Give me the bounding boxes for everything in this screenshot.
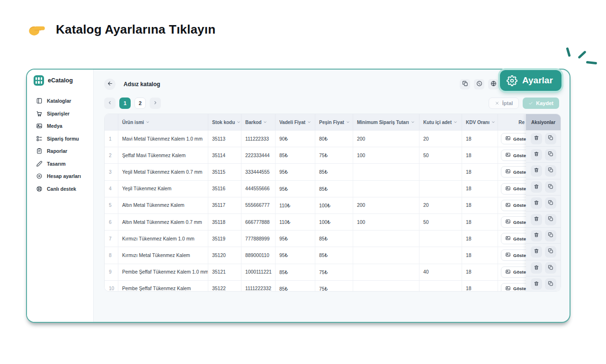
column-header-urun[interactable]: Ürün ismi (118, 114, 208, 130)
duplicate-row-button[interactable] (545, 149, 556, 160)
back-button[interactable] (104, 79, 116, 90)
cell-min (353, 181, 419, 197)
cell-kutu: 40 (419, 264, 462, 280)
copy-button[interactable] (460, 79, 470, 89)
cell-min (353, 231, 419, 247)
delete-row-button[interactable] (531, 133, 542, 144)
column-label: KDV Oranı (466, 120, 490, 125)
cell-pesin: 75₺ (315, 264, 353, 280)
duplicate-row-button[interactable] (545, 181, 556, 193)
column-header-stok[interactable]: Stok kodu (208, 114, 241, 130)
globe-button[interactable] (488, 79, 499, 89)
trash-icon (534, 184, 539, 191)
delete-row-button[interactable] (531, 149, 542, 160)
cell-vadeli: 95₺ (275, 247, 315, 263)
sort-chevron-icon (237, 120, 241, 124)
cell-pesin: 85₺ (315, 231, 353, 247)
column-header-barkod[interactable]: Barkod (241, 114, 275, 130)
cell-urun: Kırmızı Tükenmez Kalem 1.0 mm (118, 231, 208, 247)
column-label: Kutu içi adet (423, 120, 452, 125)
media-icon (36, 123, 43, 129)
column-header-kdv[interactable]: KDV Oranı (462, 114, 498, 130)
delete-row-button[interactable] (531, 181, 542, 193)
delete-row-button[interactable] (531, 214, 542, 225)
delete-row-button[interactable] (531, 197, 542, 209)
cell-urun: Yeşil Metal Tükenmez Kalem 0.7 mm (118, 164, 208, 180)
column-header-min[interactable]: Minimum Sipariş Tutarı (353, 114, 419, 130)
duplicate-row-button[interactable] (545, 165, 556, 177)
cell-num: 6 (105, 214, 118, 230)
app-window: eCatalog KataloglarSiparişlerMedyaSipari… (26, 69, 570, 323)
next-page-button[interactable] (150, 98, 161, 109)
table-row: 5Altın Metal Tükenmez Kalem3511755566677… (105, 197, 561, 213)
delete-row-button[interactable] (531, 262, 542, 274)
delete-row-button[interactable] (531, 230, 542, 241)
image-icon (505, 219, 511, 225)
catalog-title: Adsız katalog (124, 81, 160, 88)
orders-icon (36, 110, 43, 117)
cell-min (353, 247, 419, 263)
duplicate-row-button[interactable] (545, 133, 556, 144)
cell-barkod: 444555666 (241, 181, 275, 197)
trash-icon (534, 135, 539, 142)
column-header-pesin[interactable]: Peşin Fiyat (315, 114, 353, 130)
delete-row-button[interactable] (531, 165, 542, 177)
trash-icon (534, 200, 539, 207)
page-button-2[interactable]: 2 (134, 98, 146, 109)
cancel-button[interactable]: İptal (489, 98, 519, 109)
sidebar-item-hesap-ayarlari[interactable]: Hesap ayarları (36, 172, 93, 180)
cell-num: 10 (105, 281, 118, 292)
column-label: Vadeli Fiyat (279, 120, 305, 125)
duplicate-row-button[interactable] (545, 246, 556, 257)
sidebar-item-label: Medya (47, 123, 62, 129)
duplicate-row-button[interactable] (545, 214, 556, 225)
sidebar-nav: KataloglarSiparişlerMedyaSipariş formuRa… (34, 97, 93, 193)
sparkle-decoration (586, 61, 597, 64)
duplicate-row-button[interactable] (545, 230, 556, 241)
duplicate-row-button[interactable] (545, 278, 556, 290)
cell-kutu (419, 247, 462, 263)
sort-chevron-icon (491, 120, 495, 124)
page-button-1[interactable]: 1 (119, 98, 131, 109)
main-panel: Adsız katalog 12 İptal Kaydet Ürü (94, 70, 570, 322)
sort-chevron-icon (307, 120, 311, 124)
cell-num: 4 (105, 181, 118, 197)
sidebar-item-kataloglar[interactable]: Kataloglar (36, 97, 93, 105)
cell-min: 200 (353, 131, 419, 147)
reports-icon (36, 148, 43, 154)
cell-pesin: 85₺ (315, 164, 353, 180)
column-header-num (105, 114, 118, 130)
delete-row-button[interactable] (531, 246, 542, 257)
sort-chevron-icon (146, 120, 150, 124)
sidebar-item-siparis-formu[interactable]: Sipariş formu (36, 135, 93, 142)
cell-pesin: 85₺ (315, 181, 353, 197)
table-row: 1Mavi Metal Tükenmez Kalem 1.0 mm3511311… (105, 130, 561, 147)
cell-kdv: 18 (462, 247, 498, 263)
trash-icon (534, 281, 539, 288)
sidebar-item-canli-destek[interactable]: Canlı destek (36, 185, 93, 193)
cell-stok: 35118 (208, 214, 241, 230)
account-settings-icon (36, 173, 43, 179)
cell-stok: 35115 (208, 164, 241, 180)
cell-min (353, 164, 419, 180)
column-header-kutu[interactable]: Kutu içi adet (419, 114, 462, 130)
whatsapp-button[interactable] (474, 79, 484, 89)
sidebar-item-siparisler[interactable]: Siparişler (36, 110, 93, 117)
column-header-vadeli[interactable]: Vadeli Fiyat (275, 114, 315, 130)
save-button[interactable]: Kaydet (523, 98, 559, 109)
sidebar-item-raporlar[interactable]: Raporlar (36, 147, 93, 155)
delete-row-button[interactable] (531, 278, 542, 290)
back-arrow-icon (107, 80, 113, 88)
sidebar-item-medya[interactable]: Medya (36, 122, 93, 130)
duplicate-icon (548, 216, 553, 223)
catalog-settings-button[interactable]: Ayarlar (500, 70, 561, 91)
order-form-icon (36, 135, 43, 142)
sidebar-item-label: Sipariş formu (47, 136, 79, 142)
duplicate-row-button[interactable] (545, 197, 556, 209)
previous-page-button[interactable] (104, 98, 116, 109)
sidebar-item-tasarim[interactable]: Tasarım (36, 160, 93, 168)
gear-icon (507, 75, 517, 86)
toolbar: 12 İptal Kaydet (104, 98, 559, 109)
duplicate-row-button[interactable] (545, 262, 556, 274)
sidebar: eCatalog KataloglarSiparişlerMedyaSipari… (27, 70, 94, 322)
